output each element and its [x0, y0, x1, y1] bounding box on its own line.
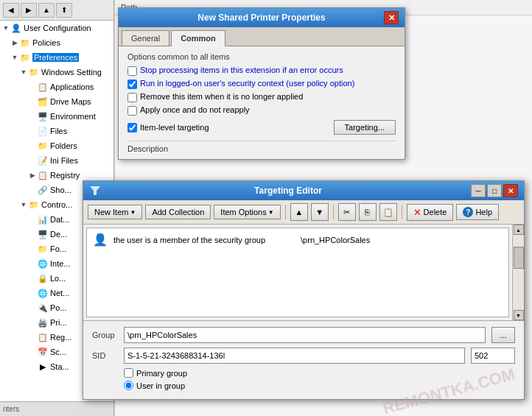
new-item-dropdown-arrow: ▼	[130, 209, 136, 216]
tree-item-environment[interactable]: 🖥️ Environment	[0, 109, 113, 124]
tree-expand-icon[interactable]: ▶	[10, 38, 19, 47]
sidebar-status: nters	[3, 405, 19, 413]
list-item-text: the user is a member of the security gro…	[113, 236, 265, 244]
group-label: Group	[92, 331, 118, 339]
tree-expand-icon	[28, 289, 37, 297]
tree-item-ini-files[interactable]: 📝 Ini Files	[0, 153, 113, 168]
primary-group-checkbox[interactable]	[124, 368, 133, 378]
scroll-up-arrow[interactable]: ▲	[514, 225, 524, 235]
sid-number-input[interactable]	[471, 348, 515, 364]
tree-item-applications[interactable]: 📋 Applications	[0, 80, 113, 94]
close-button[interactable]: ✕	[503, 184, 518, 197]
tree-item-windows-setting[interactable]: ▼ 📁 Windows Setting	[0, 65, 113, 80]
dialog-body: Options common to all items Stop process…	[119, 46, 405, 159]
targeting-row: Item-level targeting Targeting...	[127, 120, 396, 135]
tree-item-preferences[interactable]: ▼ 📁 Preferences	[0, 50, 113, 65]
delete-button[interactable]: ✕ Delete	[407, 204, 454, 221]
tree-label: Inte...	[50, 259, 71, 268]
tab-general[interactable]: General	[122, 30, 169, 46]
new-item-button[interactable]: New Item ▼	[88, 205, 142, 219]
toolbar-down-btn[interactable]: ⬆	[56, 3, 72, 18]
tree-expand-icon[interactable]: ▼	[1, 24, 10, 32]
drive-icon: 🗂️	[37, 96, 49, 107]
add-collection-button[interactable]: Add Collection	[145, 205, 211, 219]
dialog-close-button[interactable]: ✕	[384, 11, 399, 24]
option-run-logged-on: Run in logged-on user's security context…	[127, 79, 396, 89]
folder-icon: 📁	[19, 52, 31, 63]
scroll-thumb[interactable]	[514, 247, 524, 269]
option-apply-once-checkbox[interactable]	[127, 106, 137, 116]
tree-label: Policies	[32, 38, 60, 47]
tree-expand-icon	[28, 186, 37, 194]
item-options-label: Item Options	[220, 208, 266, 216]
toolbar-up-btn[interactable]: ▲	[38, 3, 55, 18]
targeting-checkbox[interactable]	[127, 123, 137, 133]
tree-label: Contro...	[41, 200, 72, 209]
targeting-scrollbar[interactable]: ▲ ▼	[512, 225, 524, 320]
cut-button[interactable]: ✂	[338, 203, 356, 221]
list-item[interactable]: 👤 the user is a member of the security g…	[90, 231, 505, 248]
folder-icon: 📁	[28, 66, 40, 78]
paste-button[interactable]: 📋	[379, 203, 397, 221]
group-browse-button[interactable]: ...	[491, 327, 515, 343]
tree-label: Po...	[50, 303, 67, 312]
targeting-list[interactable]: 👤 the user is a member of the security g…	[86, 228, 509, 317]
dialog-section-title: Options common to all items	[127, 52, 396, 61]
tree-expand-icon[interactable]: ▶	[28, 171, 37, 180]
tree-label: De...	[50, 230, 67, 239]
move-down-button[interactable]: ▼	[311, 203, 329, 221]
toolbar-separator-2	[333, 205, 334, 219]
tree-label: Files	[50, 127, 67, 135]
tree-item-folders[interactable]: 📁 Folders	[0, 138, 113, 153]
tree-expand-icon[interactable]: ▼	[10, 53, 19, 62]
tree-expand-icon	[28, 127, 37, 135]
delete-label: Delete	[424, 208, 447, 216]
copy-button[interactable]: ⎘	[359, 203, 377, 221]
targeting-content: 👤 the user is a member of the security g…	[83, 225, 524, 320]
tree-item-drive-maps[interactable]: 🗂️ Drive Maps	[0, 94, 113, 109]
tree-expand-icon	[28, 362, 37, 371]
item-options-button[interactable]: Item Options ▼	[214, 205, 280, 219]
dialog-titlebar: New Shared Printer Properties ✕	[119, 8, 405, 27]
tree-item-files[interactable]: 📄 Files	[0, 124, 113, 138]
tree-label: Drive Maps	[50, 97, 91, 106]
option-apply-once-label: Apply once and do not reapply	[140, 105, 250, 114]
filter-icon	[89, 185, 101, 197]
move-up-button[interactable]: ▲	[290, 203, 308, 221]
help-label: Help	[475, 208, 492, 216]
help-icon: ?	[463, 207, 473, 217]
maximize-button[interactable]: □	[487, 184, 502, 197]
tree-item-user-configuration[interactable]: ▼ 👤 User Configuration	[0, 21, 113, 35]
control-panel-icon: 📁	[28, 199, 40, 211]
minimize-button[interactable]: ─	[471, 184, 486, 197]
dialog-description: Description	[127, 141, 396, 153]
tree-expand-icon	[28, 259, 37, 268]
targeting-button[interactable]: Targeting...	[334, 120, 396, 135]
option-run-logged-on-checkbox[interactable]	[127, 80, 137, 89]
tree-expand-icon	[28, 215, 37, 224]
user-in-group-radio[interactable]	[124, 381, 133, 390]
targeting-editor-dialog: Targeting Editor ─ □ ✕ New Item ▼ Add Co…	[83, 180, 525, 400]
scroll-down-arrow[interactable]: ▼	[514, 310, 524, 320]
tab-common[interactable]: Common	[171, 30, 225, 46]
toolbar-back-btn[interactable]: ◀	[3, 3, 19, 18]
ini-icon: 📝	[37, 155, 49, 166]
sid-input[interactable]	[124, 348, 465, 364]
tree-expand-icon	[28, 333, 37, 342]
tree-expand-icon	[28, 156, 37, 165]
tree-label: Pri...	[50, 318, 67, 327]
option-remove-item-checkbox[interactable]	[127, 93, 137, 102]
user-member-icon: 👤	[93, 233, 108, 247]
tree-expand-icon[interactable]: ▼	[19, 200, 28, 209]
targeting-label: Item-level targeting	[140, 123, 209, 132]
group-input[interactable]	[124, 327, 486, 343]
help-button[interactable]: ? Help	[456, 204, 499, 220]
toolbar-forward-btn[interactable]: ▶	[21, 3, 37, 18]
option-stop-processing-checkbox[interactable]	[127, 66, 137, 76]
list-item-value: \prn_HPColorSales	[301, 236, 370, 244]
local-icon: 🔒	[37, 272, 49, 284]
tree-item-policies[interactable]: ▶ 📁 Policies	[0, 35, 113, 50]
tree-expand-icon[interactable]: ▼	[19, 68, 28, 77]
add-collection-label: Add Collection	[152, 208, 204, 216]
startup-icon: ▶	[37, 361, 49, 373]
